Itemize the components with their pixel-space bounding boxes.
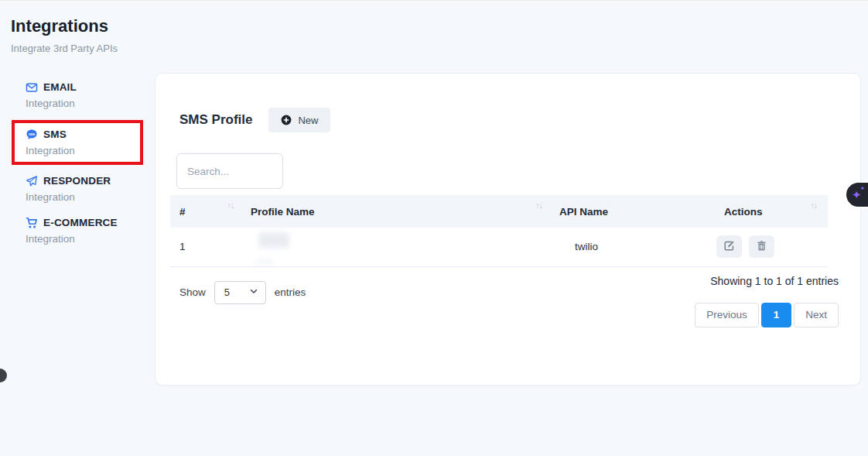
- sparkles-icon: ✦: [860, 186, 866, 192]
- next-page-button[interactable]: Next: [794, 303, 839, 327]
- column-header-profile-name[interactable]: Profile Name ↑↓: [241, 195, 550, 228]
- annotation-highlight-box: SMS SMS Integration: [12, 120, 143, 165]
- sidebar-item-label: RESPONDER: [43, 175, 111, 187]
- entries-selected-value: 5: [224, 286, 230, 298]
- sort-icon[interactable]: ↑↓: [811, 201, 818, 210]
- cell-profile-name: [241, 228, 550, 266]
- sidebar-item-sublabel: Integration: [26, 145, 140, 156]
- show-entries-control: Show 5 entries: [179, 281, 306, 304]
- page-title: Integrations: [11, 16, 118, 36]
- previous-page-button[interactable]: Previous: [695, 303, 759, 327]
- redacted-profile-name: [258, 232, 289, 248]
- cell-actions: [715, 228, 828, 266]
- panel-title: SMS Profile: [179, 112, 252, 128]
- sidebar-item-responder[interactable]: RESPONDER Integration: [0, 173, 155, 203]
- sidebar-item-ecommerce[interactable]: E-COMMERCE Integration: [0, 215, 155, 245]
- new-profile-button[interactable]: New: [268, 108, 330, 132]
- column-header-label: #: [179, 206, 186, 218]
- sidebar-item-label: E-COMMERCE: [43, 217, 118, 228]
- page-number-button[interactable]: 1: [761, 303, 792, 327]
- column-header-index[interactable]: # ↑↓: [170, 195, 241, 228]
- sms-chat-icon: SMS: [26, 129, 38, 141]
- sidebar-item-sublabel: Integration: [26, 191, 155, 203]
- table-header-row: # ↑↓ Profile Name ↑↓ API Name Actions ↑↓: [170, 195, 828, 228]
- column-header-label: Profile Name: [251, 206, 315, 218]
- sort-icon[interactable]: ↑↓: [536, 201, 543, 210]
- side-widget-handle[interactable]: [0, 369, 7, 382]
- sidebar-item-sms[interactable]: SMS SMS Integration: [26, 127, 140, 156]
- new-button-label: New: [298, 115, 318, 126]
- page-subtitle: Integrate 3rd Party APIs: [11, 43, 118, 54]
- sidebar-item-label: SMS: [43, 129, 67, 140]
- cell-index: 1: [170, 228, 241, 266]
- entries-label: entries: [275, 286, 306, 298]
- plus-circle-icon: [281, 115, 292, 125]
- sms-profiles-table: # ↑↓ Profile Name ↑↓ API Name Actions ↑↓…: [170, 195, 828, 267]
- panel-header: SMS Profile New: [179, 108, 860, 132]
- cart-icon: [26, 217, 38, 229]
- sidebar-item-email[interactable]: EMAIL Integration: [0, 80, 155, 109]
- integrations-sidebar: EMAIL Integration SMS SMS Integration: [0, 80, 155, 255]
- trash-icon: [756, 240, 767, 254]
- table-row: 1 twilio: [170, 228, 828, 266]
- ai-assistant-widget[interactable]: ✦ ✦: [845, 181, 868, 208]
- paper-plane-icon: [26, 175, 38, 187]
- chevron-down-icon: [249, 286, 258, 298]
- column-header-label: API Name: [559, 206, 608, 218]
- svg-text:SMS: SMS: [29, 132, 36, 135]
- delete-button[interactable]: [749, 235, 774, 258]
- table-footer: Show 5 entries Showing 1 to 1 of 1 entri…: [179, 275, 839, 327]
- page-header: Integrations Integrate 3rd Party APIs: [11, 16, 118, 54]
- sidebar-item-sublabel: Integration: [26, 98, 155, 109]
- edit-button[interactable]: [716, 235, 742, 258]
- sidebar-item-sublabel: Integration: [26, 233, 155, 245]
- envelope-icon: [26, 81, 38, 94]
- show-label: Show: [179, 286, 206, 298]
- column-header-actions[interactable]: Actions ↑↓: [715, 195, 828, 228]
- sort-icon[interactable]: ↑↓: [227, 201, 234, 210]
- sidebar-item-label: EMAIL: [43, 81, 77, 93]
- column-header-api-name[interactable]: API Name: [550, 195, 715, 228]
- cell-api-name: twilio: [550, 228, 715, 266]
- search-input[interactable]: [176, 153, 283, 189]
- entries-summary: Showing 1 to 1 of 1 entries: [710, 275, 839, 287]
- entries-per-page-select[interactable]: 5: [214, 281, 266, 304]
- edit-icon: [723, 240, 735, 254]
- column-header-label: Actions: [724, 206, 763, 218]
- pagination: Previous 1 Next: [695, 303, 839, 327]
- sms-profile-panel: SMS Profile New # ↑↓ Profile Name: [155, 73, 861, 386]
